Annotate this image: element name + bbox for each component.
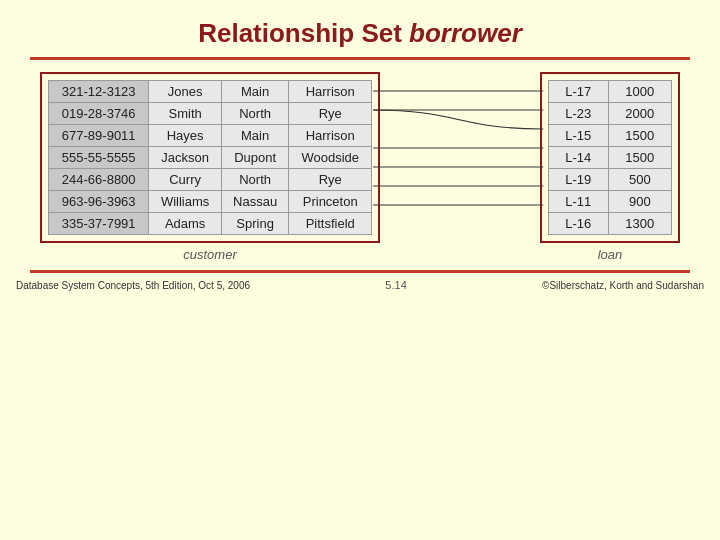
customer-cell: Dupont [221,147,289,169]
loan-row: L-141500 [549,147,672,169]
loan-cell: 900 [608,191,671,213]
loan-row: L-171000 [549,81,672,103]
customer-row: 244-66-8800CurryNorthRye [49,169,372,191]
divider-top [30,57,690,60]
customer-row: 321-12-3123JonesMainHarrison [49,81,372,103]
customer-cell: 963-96-3963 [49,191,149,213]
customer-cell: Adams [149,213,221,235]
footer-center: 5.14 [385,279,406,291]
loan-row: L-232000 [549,103,672,125]
tables-wrapper: 321-12-3123JonesMainHarrison019-28-3746S… [0,72,720,262]
loan-cell: L-14 [549,147,609,169]
customer-cell: Woodside [289,147,372,169]
customer-table-box: 321-12-3123JonesMainHarrison019-28-3746S… [40,72,380,243]
customer-cell: North [221,103,289,125]
customer-cell: Main [221,81,289,103]
customer-row: 963-96-3963WilliamsNassauPrinceton [49,191,372,213]
loan-cell: L-19 [549,169,609,191]
footer: Database System Concepts, 5th Edition, O… [0,273,720,291]
customer-cell: Smith [149,103,221,125]
customer-cell: Harrison [289,125,372,147]
loan-cell: L-11 [549,191,609,213]
loan-row: L-11900 [549,191,672,213]
customer-cell: 677-89-9011 [49,125,149,147]
customer-cell: 555-55-5555 [49,147,149,169]
customer-cell: Harrison [289,81,372,103]
loan-table-box: L-171000L-232000L-151500L-141500L-19500L… [540,72,680,243]
customer-row: 335-37-7991AdamsSpringPittsfield [49,213,372,235]
loan-cell: 1500 [608,125,671,147]
loan-cell: L-16 [549,213,609,235]
loan-cell: L-23 [549,103,609,125]
title-static: Relationship Set [198,18,409,48]
loan-cell: 1300 [608,213,671,235]
customer-cell: Curry [149,169,221,191]
loan-row: L-151500 [549,125,672,147]
customer-table: 321-12-3123JonesMainHarrison019-28-3746S… [48,80,372,235]
loan-cell: 1000 [608,81,671,103]
loan-label: loan [540,247,680,262]
customer-cell: Pittsfield [289,213,372,235]
customer-cell: North [221,169,289,191]
loan-row: L-161300 [549,213,672,235]
customer-cell: Jackson [149,147,221,169]
loan-section: L-171000L-232000L-151500L-141500L-19500L… [540,72,680,262]
customer-cell: Jones [149,81,221,103]
customer-cell: Spring [221,213,289,235]
customer-row: 555-55-5555JacksonDupontWoodside [49,147,372,169]
customer-cell: Princeton [289,191,372,213]
customer-row: 677-89-9011HayesMainHarrison [49,125,372,147]
loan-cell: L-17 [549,81,609,103]
customer-cell: 335-37-7991 [49,213,149,235]
customer-cell: Rye [289,103,372,125]
customer-cell: Rye [289,169,372,191]
customer-label: customer [40,247,380,262]
customer-cell: 244-66-8800 [49,169,149,191]
customer-cell: Main [221,125,289,147]
loan-cell: 500 [608,169,671,191]
customer-cell: Williams [149,191,221,213]
loan-cell: L-15 [549,125,609,147]
title-italic: borrower [409,18,522,48]
loan-row: L-19500 [549,169,672,191]
footer-right: ©Silberschatz, Korth and Sudarshan [542,280,704,291]
loan-table: L-171000L-232000L-151500L-141500L-19500L… [548,80,672,235]
customer-cell: 321-12-3123 [49,81,149,103]
customer-cell: 019-28-3746 [49,103,149,125]
customer-cell: Nassau [221,191,289,213]
loan-cell: 1500 [608,147,671,169]
loan-cell: 2000 [608,103,671,125]
customer-section: 321-12-3123JonesMainHarrison019-28-3746S… [40,72,380,262]
footer-left: Database System Concepts, 5th Edition, O… [16,280,250,291]
customer-cell: Hayes [149,125,221,147]
customer-row: 019-28-3746SmithNorthRye [49,103,372,125]
page-title: Relationship Set borrower [0,0,720,57]
